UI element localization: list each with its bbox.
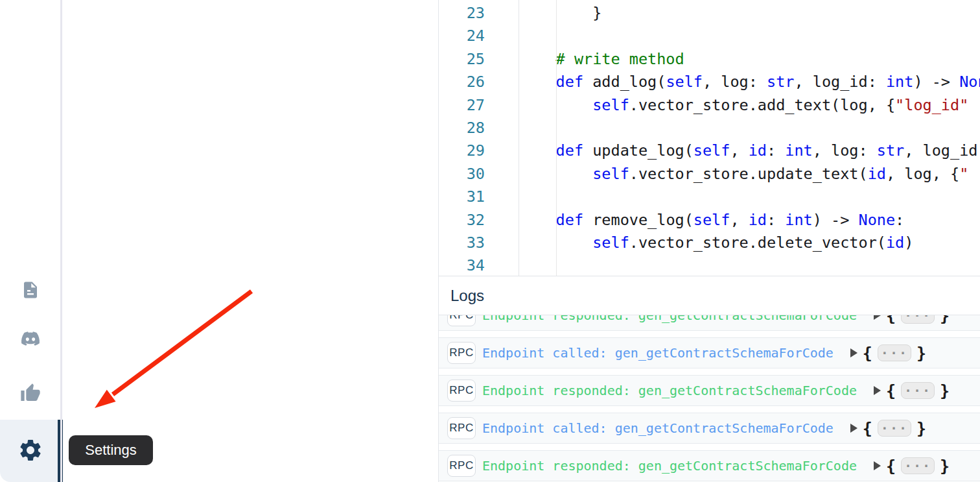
close-brace: }	[940, 457, 950, 476]
code-line: def remove_log(self, id: int) -> None:	[519, 209, 980, 232]
line-number: 27	[439, 94, 519, 117]
line-number: 30	[439, 163, 519, 186]
settings-tooltip-label: Settings	[85, 442, 137, 459]
code-line: }	[519, 2, 980, 25]
line-number: 33	[439, 232, 519, 254]
line-number: 25	[439, 48, 519, 71]
gear-icon	[18, 437, 43, 465]
code-editor[interactable]: 232425262728293031323334 } # write metho…	[438, 0, 980, 276]
triangle-icon	[874, 461, 881, 470]
log-message: Endpoint called: gen_getContractSchemaFo…	[482, 345, 834, 361]
triangle-icon	[850, 424, 858, 433]
line-number: 31	[439, 186, 519, 208]
red-arrow	[84, 281, 259, 417]
rpc-badge: RPC	[447, 455, 476, 477]
log-row: RPCEndpoint called: gen_getContractSchem…	[439, 413, 980, 444]
line-number: 23	[439, 2, 519, 25]
log-message: Endpoint called: gen_getContractSchemaFo…	[482, 420, 834, 436]
line-number: 26	[439, 71, 519, 93]
triangle-icon	[874, 315, 881, 320]
line-number: 29	[439, 139, 519, 162]
triangle-icon	[874, 386, 881, 395]
log-message: Endpoint responded: gen_getContractSchem…	[482, 383, 857, 398]
sidebar-item-feedback[interactable]	[0, 373, 60, 415]
rpc-badge: RPC	[447, 342, 476, 364]
log-row: RPCEndpoint responded: gen_getContractSc…	[439, 375, 980, 406]
code-line: def add_log(self, log: str, log_id: int)…	[519, 71, 980, 93]
code-line	[519, 117, 980, 139]
open-brace: {	[886, 315, 896, 325]
logs-panel-header: Logs	[439, 276, 980, 315]
expand-toggle[interactable]: {...}	[850, 419, 926, 438]
code-line: def update_log(self, id: int, log: str, …	[519, 139, 980, 162]
ellipsis-pill[interactable]: ...	[901, 315, 935, 324]
discord-icon	[19, 330, 42, 350]
close-brace: }	[916, 419, 926, 438]
logs-title: Logs	[450, 287, 484, 305]
close-brace: }	[940, 315, 950, 325]
ellipsis-pill[interactable]: ...	[878, 344, 911, 361]
thumbs-up-icon	[20, 383, 41, 405]
expand-toggle[interactable]: {...}	[874, 315, 950, 325]
sidebar-item-settings[interactable]	[0, 430, 60, 472]
log-row: RPCEndpoint called: gen_getContractSchem…	[439, 337, 980, 368]
line-number: 34	[439, 254, 519, 276]
editor-gutter: 232425262728293031323334	[439, 0, 519, 276]
open-brace: {	[886, 457, 896, 476]
sidebar-divider	[60, 0, 62, 482]
code-line	[519, 254, 980, 276]
log-message: Endpoint responded: gen_getContractSchem…	[482, 315, 857, 323]
log-row: RPCEndpoint responded: gen_getContractSc…	[439, 315, 980, 331]
sidebar-item-discord[interactable]	[0, 319, 60, 360]
ellipsis-pill[interactable]: ...	[878, 420, 911, 437]
expand-toggle[interactable]: {...}	[874, 457, 950, 476]
sidebar	[0, 0, 60, 482]
open-brace: {	[886, 381, 896, 400]
code-line: self.vector_store.delete_vector(id)	[519, 232, 980, 254]
expand-toggle[interactable]: {...}	[850, 344, 926, 363]
document-icon	[21, 280, 40, 302]
line-number: 32	[439, 209, 519, 232]
expand-toggle[interactable]: {...}	[874, 381, 950, 400]
logs-list[interactable]: RPCEndpoint responded: gen_getContractSc…	[439, 315, 980, 482]
close-brace: }	[940, 381, 950, 400]
line-number: 28	[439, 117, 519, 139]
triangle-icon	[850, 348, 858, 357]
code-line	[519, 25, 980, 47]
sidebar-item-docs[interactable]	[0, 270, 60, 311]
close-brace: }	[916, 344, 926, 363]
ellipsis-pill[interactable]: ...	[901, 382, 935, 399]
rpc-badge: RPC	[447, 315, 476, 326]
rpc-badge: RPC	[447, 380, 476, 402]
code-line: # write method	[519, 48, 980, 71]
code-line: self.vector_store.add_text(log, {"log_id…	[519, 94, 980, 117]
code-line: self.vector_store.update_text(id, log, {…	[519, 163, 980, 186]
ellipsis-pill[interactable]: ...	[901, 457, 935, 474]
log-row: RPCEndpoint responded: gen_getContractSc…	[439, 450, 980, 481]
open-brace: {	[863, 344, 872, 363]
settings-tooltip: Settings	[69, 435, 153, 465]
open-brace: {	[863, 419, 872, 438]
log-message: Endpoint responded: gen_getContractSchem…	[482, 458, 857, 474]
code-line	[519, 186, 980, 208]
code-area: } # write method def add_log(self, log: …	[519, 0, 980, 276]
logs-panel: Logs RPCEndpoint responded: gen_getContr…	[438, 276, 980, 482]
rpc-badge: RPC	[447, 417, 476, 439]
line-number: 24	[439, 25, 519, 47]
indent-guide	[556, 0, 557, 276]
